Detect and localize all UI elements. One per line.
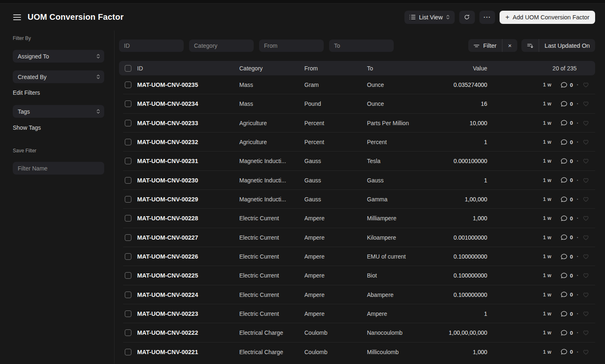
row-id-link[interactable]: MAT-UOM-CNV-00221: [137, 349, 239, 355]
like-heart-icon[interactable]: [582, 215, 589, 222]
sort-direction-button[interactable]: [521, 39, 539, 52]
edit-filters-link[interactable]: Edit Filters: [13, 89, 40, 96]
row-checkbox[interactable]: [125, 329, 131, 336]
table-row[interactable]: MAT-UOM-CNV-00222Electrical ChargeCoulom…: [119, 323, 595, 342]
row-checkbox[interactable]: [125, 196, 131, 203]
hamburger-menu-icon[interactable]: [13, 14, 21, 20]
row-id-link[interactable]: MAT-UOM-CNV-00235: [137, 82, 239, 88]
filter-button[interactable]: Filter: [468, 39, 502, 52]
row-checkbox[interactable]: [125, 272, 131, 279]
column-header-from[interactable]: From: [304, 65, 367, 72]
comment-count-button[interactable]: 0: [561, 273, 573, 279]
comment-count-button[interactable]: 0: [561, 254, 573, 260]
tags-select[interactable]: Tags: [13, 105, 104, 118]
comment-count-button[interactable]: 0: [561, 120, 573, 126]
table-row[interactable]: MAT-UOM-CNV-00221Electrical ChargeCoulom…: [119, 343, 595, 362]
row-checkbox[interactable]: [125, 82, 131, 88]
view-switcher-button[interactable]: List View: [404, 11, 455, 24]
table-row[interactable]: MAT-UOM-CNV-00234MassPoundOunce161 w0·: [119, 94, 595, 113]
table-row[interactable]: MAT-UOM-CNV-00232AgriculturePercentPerce…: [119, 133, 595, 152]
like-heart-icon[interactable]: [582, 253, 589, 260]
row-checkbox[interactable]: [125, 100, 131, 107]
category-filter-input[interactable]: [189, 40, 254, 52]
row-id-link[interactable]: MAT-UOM-CNV-00232: [137, 139, 239, 145]
table-row[interactable]: MAT-UOM-CNV-00230Magnetic Inducti...Gaus…: [119, 171, 595, 190]
row-id-link[interactable]: MAT-UOM-CNV-00231: [137, 158, 239, 164]
refresh-button[interactable]: [459, 11, 475, 24]
select-all-checkbox[interactable]: [125, 65, 131, 72]
row-id-link[interactable]: MAT-UOM-CNV-00230: [137, 177, 239, 184]
row-checkbox[interactable]: [125, 158, 131, 164]
row-id-link[interactable]: MAT-UOM-CNV-00224: [137, 292, 239, 298]
column-header-value[interactable]: Value: [441, 65, 487, 72]
table-row[interactable]: MAT-UOM-CNV-00227Electric CurrentAmpereK…: [119, 228, 595, 247]
like-heart-icon[interactable]: [582, 272, 589, 279]
table-row[interactable]: MAT-UOM-CNV-00229Magnetic Inducti...Gaus…: [119, 190, 595, 209]
table-row[interactable]: MAT-UOM-CNV-00225Electric CurrentAmpereB…: [119, 266, 595, 285]
row-checkbox[interactable]: [125, 215, 131, 222]
assigned-to-select[interactable]: Assigned To: [13, 50, 104, 63]
comment-count-button[interactable]: 0: [561, 330, 573, 336]
table-row[interactable]: MAT-UOM-CNV-00231Magnetic Inducti...Gaus…: [119, 152, 595, 170]
comment-count-button[interactable]: 0: [561, 215, 573, 222]
comment-count-button[interactable]: 0: [561, 311, 573, 317]
row-id-link[interactable]: MAT-UOM-CNV-00223: [137, 310, 239, 317]
row-checkbox[interactable]: [125, 139, 131, 145]
column-header-category[interactable]: Category: [239, 65, 304, 72]
like-heart-icon[interactable]: [582, 139, 589, 145]
show-tags-link[interactable]: Show Tags: [13, 124, 41, 131]
row-id-link[interactable]: MAT-UOM-CNV-00226: [137, 253, 239, 260]
row-checkbox[interactable]: [125, 234, 131, 241]
like-heart-icon[interactable]: [582, 234, 589, 241]
comment-count-button[interactable]: 0: [561, 196, 573, 203]
filter-name-input[interactable]: [13, 162, 104, 175]
comment-count-button[interactable]: 0: [561, 158, 573, 164]
table-row[interactable]: MAT-UOM-CNV-00233AgriculturePercentParts…: [119, 114, 595, 133]
row-id-link[interactable]: MAT-UOM-CNV-00233: [137, 120, 239, 126]
like-heart-icon[interactable]: [582, 177, 589, 184]
created-by-select[interactable]: Created By: [13, 70, 104, 83]
row-id-link[interactable]: MAT-UOM-CNV-00222: [137, 329, 239, 336]
comment-count-button[interactable]: 0: [561, 349, 573, 355]
from-filter-input[interactable]: [259, 40, 324, 52]
row-checkbox[interactable]: [125, 310, 131, 317]
comment-count-button[interactable]: 0: [561, 292, 573, 298]
to-filter-input[interactable]: [329, 40, 394, 52]
like-heart-icon[interactable]: [582, 292, 589, 298]
add-uom-conversion-factor-button[interactable]: + Add UOM Conversion Factor: [500, 11, 595, 24]
like-heart-icon[interactable]: [582, 82, 589, 88]
row-id-link[interactable]: MAT-UOM-CNV-00234: [137, 100, 239, 107]
sort-field-button[interactable]: Last Updated On: [539, 39, 595, 52]
table-row[interactable]: MAT-UOM-CNV-00223Electric CurrentAmpereA…: [119, 304, 595, 323]
like-heart-icon[interactable]: [582, 310, 589, 317]
comment-count-button[interactable]: 0: [561, 101, 573, 107]
row-id-link[interactable]: MAT-UOM-CNV-00229: [137, 196, 239, 203]
row-checkbox[interactable]: [125, 292, 131, 298]
like-heart-icon[interactable]: [582, 120, 589, 126]
like-heart-icon[interactable]: [582, 158, 589, 164]
row-id-link[interactable]: MAT-UOM-CNV-00225: [137, 272, 239, 279]
like-heart-icon[interactable]: [582, 349, 589, 355]
comment-count-button[interactable]: 0: [561, 82, 573, 88]
row-id-link[interactable]: MAT-UOM-CNV-00228: [137, 215, 239, 222]
row-checkbox[interactable]: [125, 253, 131, 260]
comment-count-button[interactable]: 0: [561, 177, 573, 183]
comment-count-button[interactable]: 0: [561, 139, 573, 145]
id-filter-input[interactable]: [119, 40, 184, 52]
row-checkbox[interactable]: [125, 177, 131, 184]
table-row[interactable]: MAT-UOM-CNV-00235MassGramOunce0.03527400…: [119, 75, 595, 94]
row-checkbox[interactable]: [125, 120, 131, 126]
table-row[interactable]: MAT-UOM-CNV-00224Electric CurrentAmpereA…: [119, 285, 595, 304]
clear-filter-button[interactable]: ×: [502, 39, 518, 52]
like-heart-icon[interactable]: [582, 329, 589, 336]
table-row[interactable]: MAT-UOM-CNV-00228Electric CurrentAmpereM…: [119, 209, 595, 228]
row-id-link[interactable]: MAT-UOM-CNV-00227: [137, 234, 239, 241]
like-heart-icon[interactable]: [582, 100, 589, 107]
column-header-to[interactable]: To: [367, 65, 441, 72]
row-checkbox[interactable]: [125, 349, 131, 355]
comment-count-button[interactable]: 0: [561, 234, 573, 240]
table-row[interactable]: MAT-UOM-CNV-00226Electric CurrentAmpereE…: [119, 247, 595, 266]
like-heart-icon[interactable]: [582, 196, 589, 203]
column-header-id[interactable]: ID: [137, 65, 239, 72]
more-menu-button[interactable]: ···: [479, 11, 495, 24]
